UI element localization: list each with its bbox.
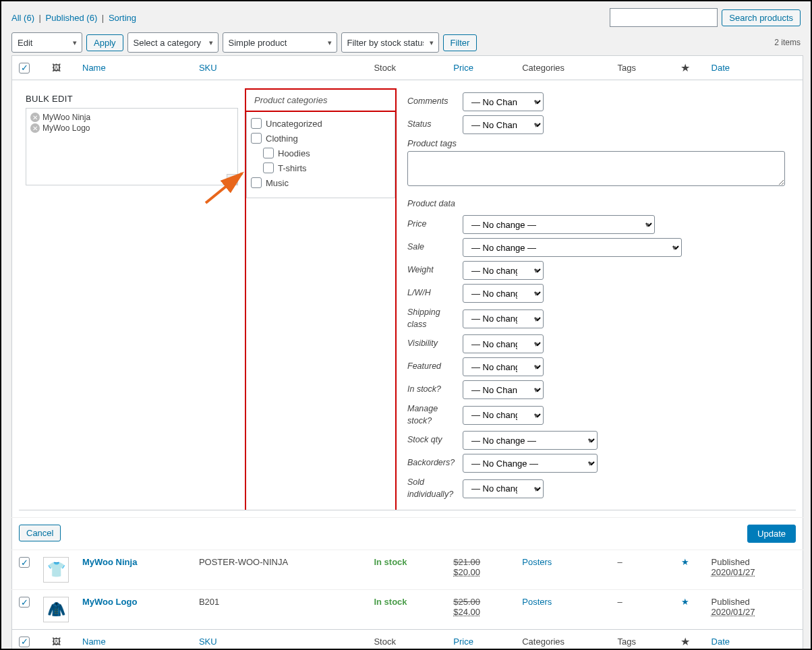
featured-star-icon[interactable]: ★: [681, 597, 689, 607]
table-row: ✓ 🧥 MyWoo Logo B201 In stock $25.00$24.0…: [12, 590, 803, 630]
label-stock-qty: Stock qty: [407, 434, 457, 446]
visibility-select[interactable]: — No change —: [463, 334, 544, 353]
weight-select[interactable]: — No change —: [463, 261, 544, 280]
row-checkbox[interactable]: ✓: [19, 557, 30, 568]
cat-uncategorized[interactable]: Uncategorized: [248, 116, 390, 131]
star-icon: ★: [680, 636, 690, 647]
product-stock: In stock: [367, 550, 446, 590]
lwh-select[interactable]: — No change —: [463, 284, 544, 303]
product-name-link[interactable]: MyWoo Ninja: [82, 557, 137, 567]
label-price: Price: [407, 218, 457, 231]
bulk-action-select-top[interactable]: Edit: [11, 32, 82, 53]
category-checklist[interactable]: Uncategorized Clothing Hoodies T-shirts …: [246, 112, 395, 198]
remove-item-icon[interactable]: ✕: [30, 113, 40, 122]
col-date[interactable]: Date: [712, 637, 730, 647]
col-stock: Stock: [367, 630, 446, 651]
table-row: ✓ 👕 MyWoo Ninja POSTER-WOO-NINJA In stoc…: [12, 550, 803, 590]
product-sku: POSTER-WOO-NINJA: [192, 550, 368, 590]
shipping-select[interactable]: — No change —: [463, 309, 544, 328]
view-sorting[interactable]: Sorting: [109, 13, 136, 23]
product-name-link[interactable]: MyWoo Logo: [82, 597, 137, 607]
label-product-tags: Product tags: [407, 138, 457, 148]
view-published[interactable]: Published (6): [46, 13, 98, 23]
bulk-edit-title: BULK EDIT: [26, 94, 238, 104]
image-column-icon: 🖼: [52, 63, 61, 73]
expand-toggle-icon[interactable]: ▾: [227, 174, 237, 185]
label-shipping: Shipping class: [407, 307, 457, 330]
stock-status-select[interactable]: Filter by stock status: [341, 32, 439, 53]
sale-select[interactable]: — No change —: [463, 238, 682, 257]
stock-qty-select[interactable]: — No change —: [463, 431, 598, 450]
col-name[interactable]: Name: [82, 637, 106, 647]
row-checkbox[interactable]: ✓: [19, 597, 30, 608]
product-type-select[interactable]: Simple product: [223, 32, 337, 53]
views-filter: All (6) | Published (6) | Sorting: [11, 13, 136, 23]
product-thumbnail[interactable]: 🧥: [43, 597, 69, 622]
item-count-top: 2 items: [774, 38, 801, 47]
bulk-item: ✕MyWoo Logo: [30, 123, 233, 133]
search-products-button[interactable]: Search products: [722, 9, 801, 26]
col-date[interactable]: Date: [712, 63, 730, 73]
product-tags-textarea[interactable]: [407, 151, 785, 186]
cat-tshirts[interactable]: T-shirts: [248, 160, 390, 175]
label-status: Status: [407, 119, 457, 131]
product-category-link[interactable]: Posters: [522, 557, 552, 567]
label-manage-stock: Manage stock?: [407, 403, 457, 427]
bulk-edit-items-box: ✕MyWoo Ninja ✕MyWoo Logo ▾: [26, 108, 238, 185]
search-input[interactable]: [610, 8, 718, 27]
featured-star-icon[interactable]: ★: [681, 557, 689, 567]
star-icon: ★: [680, 62, 690, 73]
category-filter-select[interactable]: Select a category: [127, 32, 219, 53]
apply-button-top[interactable]: Apply: [86, 34, 123, 51]
cancel-button[interactable]: Cancel: [19, 525, 61, 541]
product-tag: –: [611, 590, 666, 630]
col-price[interactable]: Price: [453, 63, 473, 73]
publish-date: 2020/01/27: [712, 567, 796, 577]
col-sku[interactable]: SKU: [199, 63, 217, 73]
publish-status: Published: [712, 557, 750, 567]
manage-stock-select[interactable]: — No change —: [463, 406, 544, 425]
new-price: $20.00: [453, 567, 480, 577]
col-stock: Stock: [367, 56, 446, 80]
label-sale: Sale: [407, 241, 457, 254]
filter-button[interactable]: Filter: [443, 34, 477, 51]
bulk-item: ✕MyWoo Ninja: [30, 113, 233, 122]
product-thumbnail[interactable]: 👕: [43, 557, 69, 583]
products-table: ✓ 🖼 Name SKU Stock Price Categories Tags…: [11, 55, 803, 650]
col-sku[interactable]: SKU: [199, 637, 217, 647]
product-category-link[interactable]: Posters: [522, 597, 552, 607]
cat-clothing[interactable]: Clothing: [248, 131, 390, 146]
cat-hoodies[interactable]: Hoodies: [248, 146, 390, 160]
product-sku: B201: [192, 590, 368, 630]
view-all[interactable]: All (6): [11, 13, 34, 23]
old-price: $25.00: [453, 597, 480, 607]
featured-select[interactable]: — No change —: [463, 357, 544, 376]
label-backorders: Backorders?: [407, 457, 457, 469]
publish-date: 2020/01/27: [712, 607, 796, 617]
label-sold: Sold individually?: [407, 477, 457, 500]
comments-select[interactable]: — No Change —: [463, 92, 544, 111]
backorders-select[interactable]: — No Change —: [463, 454, 598, 473]
label-visibility: Visibility: [407, 338, 457, 350]
label-comments: Comments: [407, 96, 457, 108]
col-name[interactable]: Name: [82, 63, 106, 73]
select-all-top[interactable]: ✓: [19, 63, 30, 73]
label-lwh: L/W/H: [407, 287, 457, 299]
col-tags: Tags: [611, 630, 666, 651]
product-stock: In stock: [367, 590, 446, 630]
remove-item-icon[interactable]: ✕: [30, 123, 40, 133]
price-select[interactable]: — No change —: [463, 215, 655, 234]
col-tags: Tags: [611, 56, 666, 80]
update-button[interactable]: Update: [747, 525, 796, 543]
col-categories: Categories: [515, 56, 610, 80]
product-data-heading: Product data: [407, 199, 785, 208]
instock-select[interactable]: — No Change —: [463, 380, 544, 399]
new-price: $24.00: [453, 607, 480, 617]
sold-select[interactable]: — No change —: [463, 479, 544, 498]
col-categories: Categories: [515, 630, 610, 651]
cat-music[interactable]: Music: [248, 175, 390, 190]
status-select[interactable]: — No Change —: [463, 115, 544, 134]
select-all-bottom[interactable]: ✓: [19, 637, 30, 647]
col-price[interactable]: Price: [453, 637, 473, 647]
label-instock: In stock?: [407, 384, 457, 396]
